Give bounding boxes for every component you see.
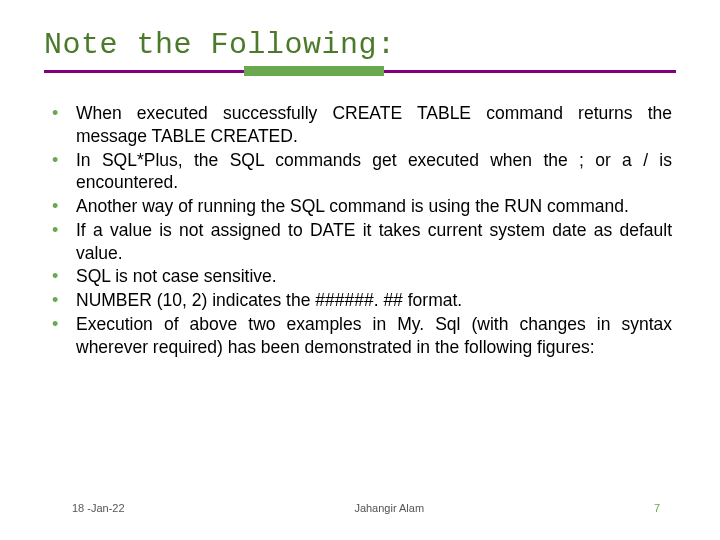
list-item: Execution of above two examples in My. S…: [46, 313, 672, 359]
list-item: Another way of running the SQL command i…: [46, 195, 672, 218]
list-item: In SQL*Plus, the SQL commands get execut…: [46, 149, 672, 195]
list-item: When executed successfully CREATE TABLE …: [46, 102, 672, 148]
underline-green: [244, 66, 384, 76]
footer-date: 18 -Jan-22: [72, 502, 125, 514]
slide-footer: 18 -Jan-22 Jahangir Alam 7: [0, 502, 720, 514]
footer-author: Jahangir Alam: [354, 502, 424, 514]
list-item: NUMBER (10, 2) indicates the ######. ## …: [46, 289, 672, 312]
list-item: If a value is not assigned to DATE it ta…: [46, 219, 672, 265]
slide-title: Note the Following:: [44, 28, 676, 62]
title-underline: [44, 66, 676, 76]
bullet-list: When executed successfully CREATE TABLE …: [46, 102, 672, 358]
list-item: SQL is not case sensitive.: [46, 265, 672, 288]
slide: Note the Following: When executed succes…: [0, 0, 720, 540]
footer-page-number: 7: [654, 502, 660, 514]
